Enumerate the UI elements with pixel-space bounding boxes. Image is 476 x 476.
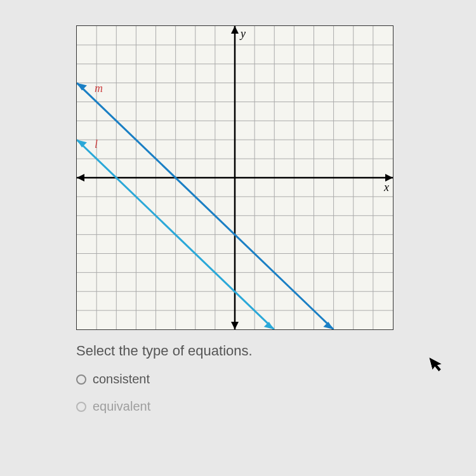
option-consistent[interactable]: consistent xyxy=(76,372,425,387)
radio-icon xyxy=(76,402,86,412)
radio-icon xyxy=(76,374,86,385)
graph-lines xyxy=(77,26,393,329)
option-label: equivalent xyxy=(93,399,150,414)
svg-line-39 xyxy=(77,140,274,329)
option-label: consistent xyxy=(93,372,150,387)
svg-marker-37 xyxy=(77,83,87,91)
svg-marker-38 xyxy=(323,322,333,329)
coordinate-grid: y x m l xyxy=(76,25,393,330)
cursor-icon xyxy=(429,354,447,377)
option-equivalent[interactable]: equivalent xyxy=(76,399,425,414)
svg-marker-40 xyxy=(77,140,87,147)
question-prompt: Select the type of equations. xyxy=(76,343,425,359)
svg-marker-34 xyxy=(231,26,239,34)
line-l-label: l xyxy=(95,138,98,151)
x-axis-label: x xyxy=(384,181,389,194)
y-axis-label: y xyxy=(241,27,246,41)
svg-line-36 xyxy=(77,83,333,329)
line-m-label: m xyxy=(95,82,103,95)
svg-marker-35 xyxy=(231,322,239,329)
svg-marker-41 xyxy=(264,322,274,329)
svg-marker-33 xyxy=(77,174,84,182)
